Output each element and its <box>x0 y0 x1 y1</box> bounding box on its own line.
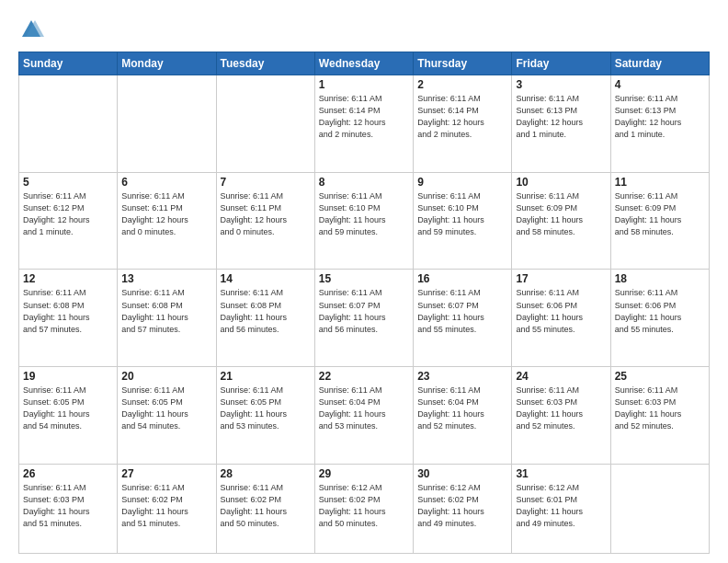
day-number: 14 <box>221 272 311 285</box>
calendar-cell <box>118 75 216 173</box>
day-number: 19 <box>23 370 113 383</box>
calendar-cell: 1Sunrise: 6:11 AM Sunset: 6:14 PM Daylig… <box>314 75 413 173</box>
day-info: Sunrise: 6:11 AM Sunset: 6:07 PM Dayligh… <box>319 287 409 335</box>
calendar-cell: 31Sunrise: 6:12 AM Sunset: 6:01 PM Dayli… <box>512 464 610 553</box>
calendar-cell: 20Sunrise: 6:11 AM Sunset: 6:05 PM Dayli… <box>118 367 216 465</box>
calendar-cell: 16Sunrise: 6:11 AM Sunset: 6:07 PM Dayli… <box>414 270 512 367</box>
day-number: 27 <box>121 467 211 480</box>
calendar-cell: 23Sunrise: 6:11 AM Sunset: 6:04 PM Dayli… <box>414 367 512 465</box>
day-number: 29 <box>319 467 409 480</box>
day-number: 22 <box>319 370 409 383</box>
page: SundayMondayTuesdayWednesdayThursdayFrid… <box>0 0 728 563</box>
day-info: Sunrise: 6:11 AM Sunset: 6:11 PM Dayligh… <box>221 190 311 238</box>
calendar-cell: 10Sunrise: 6:11 AM Sunset: 6:09 PM Dayli… <box>512 172 610 270</box>
day-number: 25 <box>615 370 705 383</box>
calendar-header-row: SundayMondayTuesdayWednesdayThursdayFrid… <box>19 52 710 75</box>
day-number: 6 <box>121 176 211 189</box>
day-info: Sunrise: 6:11 AM Sunset: 6:06 PM Dayligh… <box>516 287 606 335</box>
day-info: Sunrise: 6:11 AM Sunset: 6:13 PM Dayligh… <box>615 93 705 141</box>
calendar-cell: 29Sunrise: 6:12 AM Sunset: 6:02 PM Dayli… <box>314 464 413 553</box>
day-info: Sunrise: 6:11 AM Sunset: 6:03 PM Dayligh… <box>615 385 705 432</box>
day-number: 28 <box>221 467 311 480</box>
col-header-wednesday: Wednesday <box>314 52 413 75</box>
day-info: Sunrise: 6:11 AM Sunset: 6:07 PM Dayligh… <box>417 287 507 335</box>
day-number: 31 <box>516 467 606 480</box>
day-info: Sunrise: 6:12 AM Sunset: 6:01 PM Dayligh… <box>516 482 606 530</box>
day-number: 18 <box>615 272 705 285</box>
calendar-cell: 2Sunrise: 6:11 AM Sunset: 6:14 PM Daylig… <box>414 75 512 173</box>
day-info: Sunrise: 6:11 AM Sunset: 6:03 PM Dayligh… <box>516 385 606 432</box>
calendar-cell: 22Sunrise: 6:11 AM Sunset: 6:04 PM Dayli… <box>314 367 413 465</box>
col-header-tuesday: Tuesday <box>216 52 314 75</box>
day-number: 23 <box>417 370 507 383</box>
day-info: Sunrise: 6:11 AM Sunset: 6:14 PM Dayligh… <box>417 93 507 141</box>
day-info: Sunrise: 6:11 AM Sunset: 6:11 PM Dayligh… <box>121 190 211 238</box>
logo <box>18 17 48 42</box>
day-number: 2 <box>417 78 507 91</box>
calendar-week-5: 26Sunrise: 6:11 AM Sunset: 6:03 PM Dayli… <box>19 464 710 553</box>
day-info: Sunrise: 6:11 AM Sunset: 6:05 PM Dayligh… <box>23 385 113 432</box>
calendar-cell: 14Sunrise: 6:11 AM Sunset: 6:08 PM Dayli… <box>216 270 314 367</box>
day-info: Sunrise: 6:11 AM Sunset: 6:10 PM Dayligh… <box>417 190 507 238</box>
calendar-week-4: 19Sunrise: 6:11 AM Sunset: 6:05 PM Dayli… <box>19 367 710 465</box>
day-number: 20 <box>121 370 211 383</box>
day-number: 30 <box>417 467 507 480</box>
day-info: Sunrise: 6:11 AM Sunset: 6:06 PM Dayligh… <box>615 287 705 335</box>
calendar-week-3: 12Sunrise: 6:11 AM Sunset: 6:08 PM Dayli… <box>19 270 710 367</box>
header <box>18 17 710 42</box>
day-info: Sunrise: 6:11 AM Sunset: 6:04 PM Dayligh… <box>319 385 409 432</box>
day-number: 7 <box>221 176 311 189</box>
calendar-cell: 30Sunrise: 6:12 AM Sunset: 6:02 PM Dayli… <box>414 464 512 553</box>
calendar-cell <box>610 464 709 553</box>
day-number: 3 <box>516 78 606 91</box>
calendar-cell: 11Sunrise: 6:11 AM Sunset: 6:09 PM Dayli… <box>610 172 709 270</box>
day-info: Sunrise: 6:11 AM Sunset: 6:08 PM Dayligh… <box>23 287 113 335</box>
day-number: 1 <box>319 78 409 91</box>
calendar-cell: 9Sunrise: 6:11 AM Sunset: 6:10 PM Daylig… <box>414 172 512 270</box>
col-header-sunday: Sunday <box>19 52 118 75</box>
day-number: 8 <box>319 176 409 189</box>
day-info: Sunrise: 6:11 AM Sunset: 6:03 PM Dayligh… <box>23 482 113 530</box>
day-info: Sunrise: 6:11 AM Sunset: 6:10 PM Dayligh… <box>319 190 409 238</box>
calendar-week-2: 5Sunrise: 6:11 AM Sunset: 6:12 PM Daylig… <box>19 172 710 270</box>
calendar-cell: 4Sunrise: 6:11 AM Sunset: 6:13 PM Daylig… <box>610 75 709 173</box>
calendar-cell: 8Sunrise: 6:11 AM Sunset: 6:10 PM Daylig… <box>314 172 413 270</box>
day-number: 9 <box>417 176 507 189</box>
day-number: 15 <box>319 272 409 285</box>
day-number: 12 <box>23 272 113 285</box>
col-header-saturday: Saturday <box>610 52 709 75</box>
day-info: Sunrise: 6:11 AM Sunset: 6:14 PM Dayligh… <box>319 93 409 141</box>
calendar-cell: 5Sunrise: 6:11 AM Sunset: 6:12 PM Daylig… <box>19 172 118 270</box>
day-number: 26 <box>23 467 113 480</box>
calendar-cell: 19Sunrise: 6:11 AM Sunset: 6:05 PM Dayli… <box>19 367 118 465</box>
day-info: Sunrise: 6:11 AM Sunset: 6:02 PM Dayligh… <box>221 482 311 530</box>
calendar-cell: 15Sunrise: 6:11 AM Sunset: 6:07 PM Dayli… <box>314 270 413 367</box>
day-info: Sunrise: 6:11 AM Sunset: 6:04 PM Dayligh… <box>417 385 507 432</box>
calendar-cell: 6Sunrise: 6:11 AM Sunset: 6:11 PM Daylig… <box>118 172 216 270</box>
calendar-cell: 12Sunrise: 6:11 AM Sunset: 6:08 PM Dayli… <box>19 270 118 367</box>
day-number: 17 <box>516 272 606 285</box>
day-info: Sunrise: 6:11 AM Sunset: 6:08 PM Dayligh… <box>221 287 311 335</box>
day-info: Sunrise: 6:11 AM Sunset: 6:12 PM Dayligh… <box>23 190 113 238</box>
day-number: 10 <box>516 176 606 189</box>
calendar-cell: 27Sunrise: 6:11 AM Sunset: 6:02 PM Dayli… <box>118 464 216 553</box>
calendar-cell: 21Sunrise: 6:11 AM Sunset: 6:05 PM Dayli… <box>216 367 314 465</box>
day-info: Sunrise: 6:11 AM Sunset: 6:08 PM Dayligh… <box>121 287 211 335</box>
calendar-cell: 18Sunrise: 6:11 AM Sunset: 6:06 PM Dayli… <box>610 270 709 367</box>
calendar-cell: 26Sunrise: 6:11 AM Sunset: 6:03 PM Dayli… <box>19 464 118 553</box>
day-number: 4 <box>615 78 705 91</box>
col-header-friday: Friday <box>512 52 610 75</box>
calendar-cell: 25Sunrise: 6:11 AM Sunset: 6:03 PM Dayli… <box>610 367 709 465</box>
day-info: Sunrise: 6:11 AM Sunset: 6:13 PM Dayligh… <box>516 93 606 141</box>
col-header-monday: Monday <box>118 52 216 75</box>
calendar-cell: 28Sunrise: 6:11 AM Sunset: 6:02 PM Dayli… <box>216 464 314 553</box>
day-info: Sunrise: 6:11 AM Sunset: 6:02 PM Dayligh… <box>121 482 211 530</box>
calendar-table: SundayMondayTuesdayWednesdayThursdayFrid… <box>18 52 710 554</box>
day-info: Sunrise: 6:11 AM Sunset: 6:05 PM Dayligh… <box>221 385 311 432</box>
day-number: 24 <box>516 370 606 383</box>
col-header-thursday: Thursday <box>414 52 512 75</box>
day-info: Sunrise: 6:11 AM Sunset: 6:05 PM Dayligh… <box>121 385 211 432</box>
day-number: 21 <box>221 370 311 383</box>
calendar-cell <box>216 75 314 173</box>
day-number: 13 <box>121 272 211 285</box>
